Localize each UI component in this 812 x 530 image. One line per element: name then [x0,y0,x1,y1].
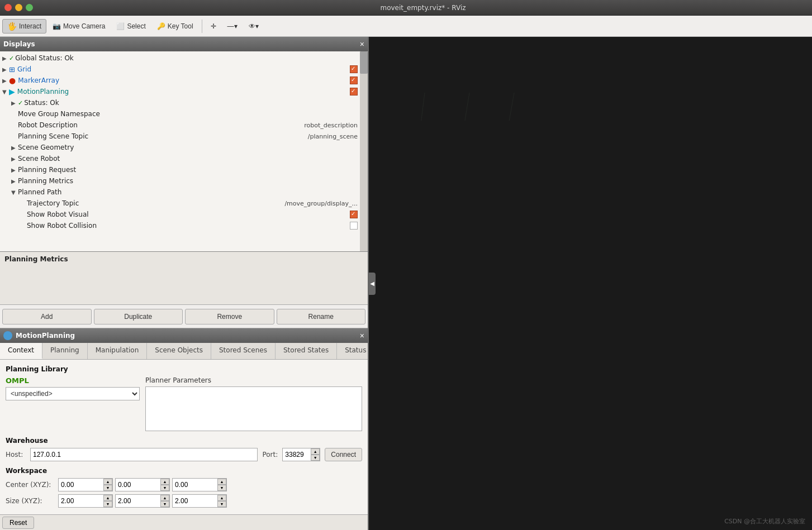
display-item-grid[interactable]: ▶ ⊞ Grid [0,64,360,75]
select-icon: ⬜ [116,22,125,30]
display-item-motionplanning[interactable]: ▼ ▶ MotionPlanning [0,86,360,97]
display-label: Robot Description [18,121,161,129]
tab-stored-states[interactable]: Stored States [276,343,337,359]
host-input[interactable] [30,448,258,461]
display-item-status-ok[interactable]: ▶ ✓ Status: Ok [0,97,360,108]
motionplanning-checkbox[interactable] [350,88,358,96]
svg-line-13 [436,93,514,121]
display-item-planning-scene-topic[interactable]: Planning Scene Topic /planning_scene [0,131,360,142]
display-item-scene-geometry[interactable]: ▶ Scene Geometry [0,142,360,153]
center-x-down[interactable]: ▼ [103,485,112,491]
planner-params-box[interactable] [145,386,362,431]
display-item-show-robot-collision[interactable]: Show Robot Collision [0,220,360,231]
size-z-up[interactable]: ▲ [217,495,226,501]
center-x-up[interactable]: ▲ [103,479,112,485]
markerarray-checkbox[interactable] [350,77,358,84]
planning-library-row: OMPL <unspecified> Planner Parameters [6,376,362,431]
scroll-thumb[interactable] [360,51,368,74]
remove-button[interactable]: Remove [185,309,274,324]
center-y-spinner: ▲ ▼ [160,479,169,491]
center-y-input[interactable] [116,479,160,491]
move-icon-button[interactable]: ✛ [206,20,221,33]
grid-checkbox[interactable] [350,65,358,73]
display-value: /planning_scene [308,133,358,140]
planner-dropdown[interactable]: <unspecified> [6,387,140,400]
center-y-up[interactable]: ▲ [160,479,169,485]
tab-stored-scenes[interactable]: Stored Scenes [211,343,276,359]
display-label: Grid [17,65,184,73]
show-robot-visual-checkbox[interactable] [350,211,358,218]
display-item-planning-request[interactable]: ▶ Planning Request [0,164,360,175]
interact-button[interactable]: 🖐 Interact [2,19,46,34]
duplicate-button[interactable]: Duplicate [94,309,183,324]
display-item-planning-metrics[interactable]: ▶ Planning Metrics [0,175,360,187]
show-robot-collision-checkbox[interactable] [350,222,358,230]
add-button[interactable]: Add [2,309,92,324]
size-x-input[interactable] [59,495,103,507]
center-z-up[interactable]: ▲ [217,479,226,485]
workspace-title: Workspace [6,467,362,475]
size-z-down[interactable]: ▼ [217,501,226,507]
port-spin-up[interactable]: ▲ [311,448,320,455]
display-item-move-group-ns[interactable]: Move Group Namespace [0,108,360,120]
svg-line-15 [525,93,536,121]
displays-close-button[interactable]: × [360,40,364,49]
close-button[interactable] [4,4,12,11]
eye-button[interactable]: 👁▾ [244,20,264,33]
port-input[interactable] [283,448,311,461]
tab-planning[interactable]: Planning [42,343,88,359]
display-item-show-robot-visual[interactable]: Show Robot Visual [0,209,360,220]
display-item-robot-description[interactable]: Robot Description robot_description [0,120,360,131]
minus-button[interactable]: —▾ [222,20,243,33]
displays-header: Displays × [0,37,368,51]
connect-button[interactable]: Connect [325,448,362,461]
size-y-up[interactable]: ▲ [160,495,169,501]
select-label: Select [127,22,145,30]
maximize-button[interactable] [26,4,33,11]
key-tool-button[interactable]: 🔑 Key Tool [152,20,198,33]
size-z-input[interactable] [173,495,217,507]
display-item-markerarray[interactable]: ▶ ● MarkerArray [0,75,360,86]
center-xyz-row: Center (XYZ): ▲ ▼ [6,478,362,491]
center-z-down[interactable]: ▼ [217,485,226,491]
move-camera-label: Move Camera [63,22,105,30]
arrow-icon: ▼ [11,189,18,195]
tab-context[interactable]: Context [0,343,42,359]
tab-status[interactable]: Status [337,343,368,359]
planning-metrics-title: Planning Metrics [4,255,363,263]
collapse-panel-arrow[interactable]: ◀ [369,273,376,295]
port-spin-down[interactable]: ▼ [311,455,320,461]
mp-header-content: MotionPlanning [3,331,75,340]
center-x-input-group: ▲ ▼ [58,478,113,491]
eye-icon: 👁▾ [249,22,259,30]
center-xyz-inputs: ▲ ▼ ▲ ▼ [58,478,227,491]
camera-icon: 📷 [53,22,61,30]
scroll-track[interactable] [360,51,368,251]
display-item-global-status[interactable]: ▶ ✓ Global Status: Ok [0,52,360,64]
size-xyz-label: Size (XYZ): [6,497,56,505]
viewport[interactable]: ◀ CSDN @合工大机器人实验室 [369,37,812,530]
display-label: Show Robot Collision [27,222,188,230]
rename-button[interactable]: Rename [277,309,366,324]
reset-button[interactable]: Reset [2,517,34,529]
center-z-input[interactable] [173,479,217,491]
size-y-down[interactable]: ▼ [160,501,169,507]
center-y-down[interactable]: ▼ [160,485,169,491]
display-item-planned-path[interactable]: ▼ Planned Path [0,187,360,198]
tab-manipulation[interactable]: Manipulation [88,343,148,359]
tab-scene-objects[interactable]: Scene Objects [147,343,211,359]
minimize-button[interactable] [15,4,22,11]
center-x-input[interactable] [59,479,103,491]
svg-line-11 [369,93,425,121]
size-y-input[interactable] [116,495,160,507]
mp-close-button[interactable]: × [360,331,364,340]
display-item-trajectory-topic[interactable]: Trajectory Topic /move_group/display_... [0,198,360,209]
size-x-spinner: ▲ ▼ [103,495,112,507]
display-label: Planning Scene Topic [18,132,163,140]
display-item-scene-robot[interactable]: ▶ Scene Robot [0,153,360,164]
size-x-down[interactable]: ▼ [103,501,112,507]
display-label: Trajectory Topic [27,199,156,207]
size-x-up[interactable]: ▲ [103,495,112,501]
select-button[interactable]: ⬜ Select [111,20,150,33]
move-camera-button[interactable]: 📷 Move Camera [48,20,110,33]
